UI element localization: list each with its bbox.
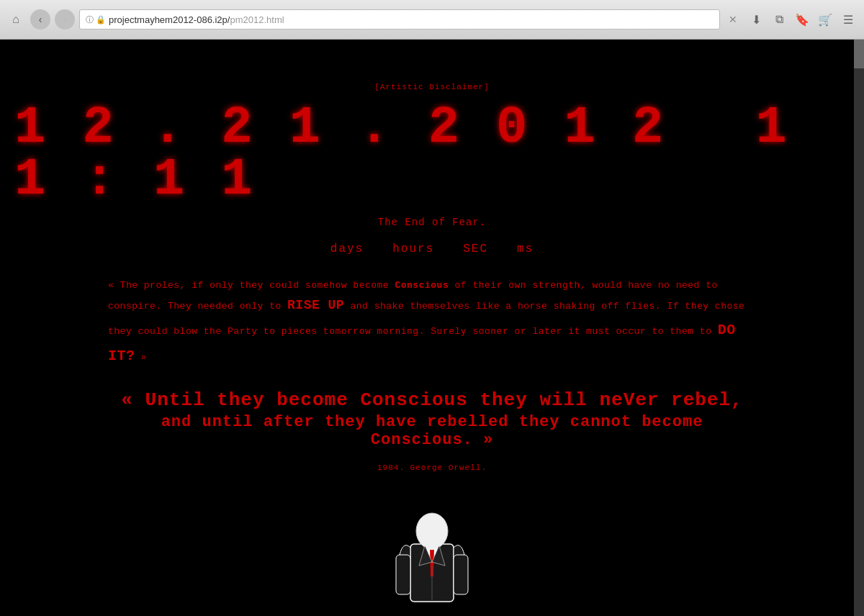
home-button[interactable]: ⌂: [6, 9, 26, 30]
clock-container: 1 2 . 2 1 . 2 0 1 2 1 1 : 1 1: [14, 102, 850, 206]
clock-digit-12: 1: [221, 154, 255, 206]
clock-digit-5: 2: [428, 102, 462, 154]
big-quote-line2: and until after they have rebelled they …: [108, 413, 756, 449]
clock-digit-3: 2: [221, 102, 255, 154]
label-hours: hours: [392, 243, 434, 255]
svg-rect-1: [396, 555, 410, 594]
scrollbar-thumb[interactable]: [854, 40, 864, 68]
clock-digit-7: 1: [564, 102, 598, 154]
label-ms: ms: [517, 243, 534, 255]
attribution: 1984. George Orwell.: [377, 463, 487, 472]
rise-up-text: RISE UP: [287, 298, 344, 312]
clock-sep-2: .: [357, 99, 394, 158]
clock-sep-1: .: [150, 99, 187, 158]
anonymous-figure: [389, 494, 475, 609]
forward-button[interactable]: ›: [55, 9, 75, 30]
address-bar[interactable]: ⓘ 🔒 projectmayhem2012-086.i2p/pm2012.htm…: [79, 9, 720, 30]
countdown-labels: days hours SEC ms: [330, 243, 534, 255]
cart-button[interactable]: 🛒: [815, 9, 835, 30]
clock-digit-2: 2: [82, 102, 116, 154]
scrollbar[interactable]: [854, 40, 864, 616]
clock-digit-8: 2: [632, 102, 666, 154]
clock-digit-1: 1: [14, 102, 48, 154]
download-button[interactable]: ⬇: [746, 9, 766, 30]
back-button[interactable]: ‹: [30, 9, 50, 30]
browser-actions: ⬇ ⧉ 🔖 🛒 ☰: [746, 9, 858, 30]
label-sec: SEC: [463, 243, 488, 255]
clock-digit-4: 1: [289, 102, 323, 154]
browser-chrome: ⌂ ‹ › ⓘ 🔒 projectmayhem2012-086.i2p/pm20…: [0, 0, 864, 40]
clock-digit-6: 0: [496, 102, 530, 154]
svg-rect-2: [454, 555, 468, 594]
clock-sep-3: :: [82, 150, 119, 209]
big-quote-line1: « Until they become Conscious they will …: [108, 387, 756, 413]
disclaimer: [Artistic Disclaimer]: [374, 83, 490, 91]
clock-digit-10: 1: [14, 154, 48, 206]
clock-display: 1 2 . 2 1 . 2 0 1 2 1 1 : 1 1: [14, 102, 850, 206]
clock-digit-11: 1: [153, 154, 187, 206]
menu-button[interactable]: ☰: [838, 9, 858, 30]
clock-digit-9: 1: [756, 102, 790, 154]
quote-end: »: [135, 352, 148, 363]
close-tab-button[interactable]: ✕: [724, 12, 742, 27]
address-text: projectmayhem2012-086.i2p/pm2012.html: [109, 14, 284, 25]
tagline: The End of Fear.: [378, 217, 486, 228]
svg-rect-7: [427, 543, 437, 550]
figure-container: [389, 494, 475, 612]
page-content: [Artistic Disclaimer] 1 2 . 2 1 . 2 0 1 …: [0, 40, 864, 616]
quote-block: « The proles, if only they could somehow…: [108, 277, 756, 369]
security-icon: ⓘ 🔒: [86, 14, 106, 25]
big-quote: « Until they become Conscious they will …: [108, 387, 756, 449]
label-days: days: [330, 243, 364, 255]
bookmark-button[interactable]: 🔖: [792, 9, 812, 30]
tabs-button[interactable]: ⧉: [769, 9, 789, 30]
